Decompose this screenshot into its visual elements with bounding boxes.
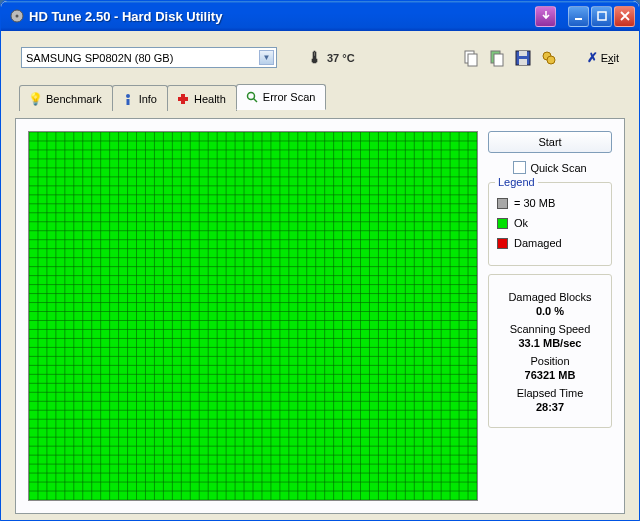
temperature-display: 🌡 37 °C xyxy=(307,49,355,67)
tab-row: 💡 Benchmark Info Health Error Scan xyxy=(15,84,625,110)
tab-info[interactable]: Info xyxy=(112,85,168,111)
exit-button[interactable]: ✗ Exit xyxy=(587,50,619,65)
legend-damaged-label: Damaged xyxy=(514,237,562,249)
svg-line-18 xyxy=(253,99,257,103)
copy-info-icon[interactable] xyxy=(461,48,481,68)
legend-ok: Ok xyxy=(497,217,603,229)
info-icon xyxy=(121,92,135,106)
position-value: 76321 MB xyxy=(497,369,603,381)
damaged-blocks-value: 0.0 % xyxy=(497,305,603,317)
side-column: Start Quick Scan Legend = 30 MB Ok xyxy=(488,131,612,501)
legend-block-size: = 30 MB xyxy=(497,197,603,209)
legend-damaged: Damaged xyxy=(497,237,603,249)
copy-screenshot-icon[interactable] xyxy=(487,48,507,68)
temperature-value: 37 °C xyxy=(327,52,355,64)
health-icon xyxy=(176,92,190,106)
legend-gray-box xyxy=(497,198,508,209)
thermometer-icon: 🌡 xyxy=(307,49,323,67)
legend-ok-label: Ok xyxy=(514,217,528,229)
tab-health[interactable]: Health xyxy=(167,85,237,111)
tab-info-label: Info xyxy=(139,93,157,105)
scan-map xyxy=(28,131,478,501)
svg-point-1 xyxy=(16,15,19,18)
tab-benchmark[interactable]: 💡 Benchmark xyxy=(19,85,113,111)
legend-red-box xyxy=(497,238,508,249)
scanning-speed-value: 33.1 MB/sec xyxy=(497,337,603,349)
drive-select-value: SAMSUNG SP0802N (80 GB) xyxy=(26,52,259,64)
svg-point-12 xyxy=(547,56,555,64)
quick-scan-row: Quick Scan xyxy=(488,161,612,174)
svg-rect-2 xyxy=(575,18,582,20)
close-button[interactable] xyxy=(614,6,635,27)
tab-panel: Start Quick Scan Legend = 30 MB Ok xyxy=(15,118,625,514)
maximize-button[interactable] xyxy=(591,6,612,27)
svg-rect-16 xyxy=(178,97,188,101)
start-button-label: Start xyxy=(538,136,561,148)
svg-rect-10 xyxy=(519,59,527,65)
legend-block-size-label: = 30 MB xyxy=(514,197,555,209)
svg-rect-14 xyxy=(126,99,129,105)
tab-error-scan-label: Error Scan xyxy=(263,91,316,103)
svg-point-17 xyxy=(247,93,254,100)
elapsed-time-label: Elapsed Time xyxy=(497,387,603,399)
legend-group: Legend = 30 MB Ok Damaged xyxy=(488,182,612,266)
start-button[interactable]: Start xyxy=(488,131,612,153)
scan-grid xyxy=(29,132,477,500)
window-title: HD Tune 2.50 - Hard Disk Utility xyxy=(29,9,535,24)
svg-rect-3 xyxy=(598,12,606,20)
save-icon[interactable] xyxy=(513,48,533,68)
tab-error-scan[interactable]: Error Scan xyxy=(236,84,327,110)
exit-x-icon: ✗ xyxy=(587,50,598,65)
minimize-button[interactable] xyxy=(568,6,589,27)
quick-scan-checkbox[interactable] xyxy=(513,161,526,174)
title-buttons xyxy=(535,6,635,27)
content-area: SAMSUNG SP0802N (80 GB) ▼ 🌡 37 °C ✗ Exit… xyxy=(1,31,639,520)
titlebar[interactable]: HD Tune 2.50 - Hard Disk Utility xyxy=(1,1,639,31)
tab-health-label: Health xyxy=(194,93,226,105)
tab-benchmark-label: Benchmark xyxy=(46,93,102,105)
quick-scan-label: Quick Scan xyxy=(530,162,586,174)
elapsed-time-value: 28:37 xyxy=(497,401,603,413)
damaged-blocks-label: Damaged Blocks xyxy=(497,291,603,303)
legend-green-box xyxy=(497,218,508,229)
position-label: Position xyxy=(497,355,603,367)
svg-rect-9 xyxy=(519,51,527,56)
extra-button[interactable] xyxy=(535,6,556,27)
options-icon[interactable] xyxy=(539,48,559,68)
scanning-speed-label: Scanning Speed xyxy=(497,323,603,335)
exit-label: Exit xyxy=(601,52,619,64)
svg-rect-5 xyxy=(468,54,477,66)
legend-title: Legend xyxy=(495,176,538,188)
stats-group: Damaged Blocks 0.0 % Scanning Speed 33.1… xyxy=(488,274,612,428)
toolbar-icons xyxy=(461,48,559,68)
toolbar: SAMSUNG SP0802N (80 GB) ▼ 🌡 37 °C ✗ Exit xyxy=(15,41,625,74)
chevron-down-icon: ▼ xyxy=(259,50,274,65)
error-scan-icon xyxy=(245,90,259,104)
app-window: HD Tune 2.50 - Hard Disk Utility SAMSUNG… xyxy=(0,0,640,521)
svg-point-13 xyxy=(126,94,130,98)
benchmark-icon: 💡 xyxy=(28,92,42,106)
svg-rect-7 xyxy=(494,54,503,66)
app-icon xyxy=(9,8,25,24)
drive-select[interactable]: SAMSUNG SP0802N (80 GB) ▼ xyxy=(21,47,277,68)
